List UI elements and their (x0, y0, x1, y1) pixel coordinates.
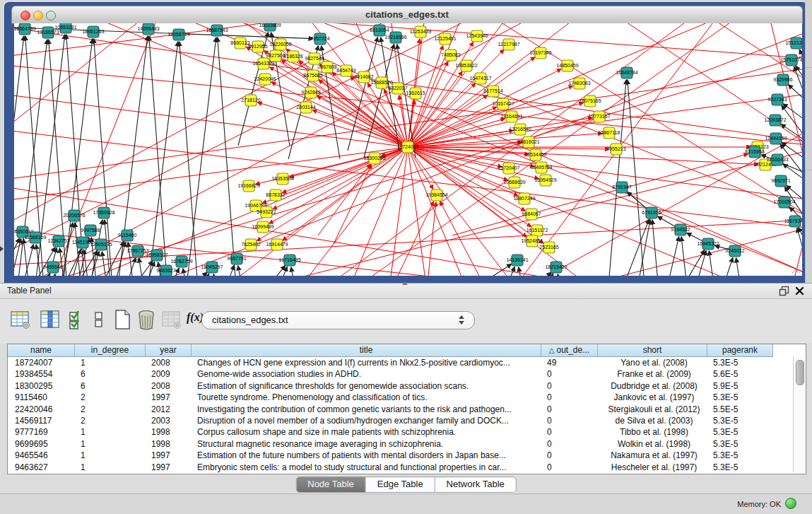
table-cell: 1 (75, 426, 146, 438)
table-cell: 0 (541, 380, 598, 392)
table-cell: 9699695 (8, 438, 75, 450)
column-header-short[interactable]: short (598, 344, 707, 357)
graph-node-label: 10167427 (492, 101, 514, 106)
graph-edge (428, 202, 436, 276)
table-row[interactable]: 969969511998Structural magnetic resonanc… (8, 438, 773, 450)
graph-node-label: 12444159 (765, 136, 787, 141)
table-row[interactable]: 1938455462009Genome-wide association stu… (8, 368, 773, 380)
network-view-canvas[interactable]: 1872400718300295866012389129551822605898… (14, 23, 802, 276)
row-height-icon[interactable] (93, 309, 105, 330)
table-settings-icon[interactable] (10, 309, 31, 330)
scrollbar-thumb[interactable] (796, 360, 804, 385)
table-panel: Table Panel (0, 283, 812, 514)
graph-edge (635, 220, 650, 276)
column-header-name[interactable]: name (8, 344, 75, 357)
network-window-titlebar[interactable]: citations_edges.txt (11, 6, 803, 24)
graph-edge (794, 66, 802, 99)
graph-node-label: 16474317 (469, 76, 491, 81)
network-graph[interactable]: 1872400718300295866012389129551822605898… (14, 23, 802, 276)
table-cell: Nakamura et al. (1997) (598, 450, 707, 461)
delete-table-disabled-icon (161, 309, 182, 330)
vertical-scrollbar[interactable] (793, 357, 806, 472)
graph-node-label: 15720407 (498, 165, 519, 170)
graph-node-label: 12217987 (498, 42, 519, 47)
graph-node-label: 16648784 (616, 70, 637, 75)
graph-node-label: 6791975 (642, 210, 661, 215)
network-window[interactable]: citations_edges.txt 18724007183002958660… (4, 2, 807, 283)
table-row[interactable]: 977716911998Corpus callosum shape and si… (8, 426, 773, 438)
graph-node-label: 8177514 (483, 88, 502, 93)
table-row[interactable]: 1872400712008Changes of HCN gene express… (8, 357, 773, 368)
splitter-handle-icon[interactable] (402, 281, 408, 285)
graph-node-label: 11253439 (410, 29, 432, 34)
select-options-icon[interactable] (68, 309, 86, 330)
table-cell: 1 (75, 438, 146, 450)
close-panel-icon[interactable] (794, 286, 805, 296)
graph-node-label: 19524851 (521, 238, 543, 243)
table-cell: Franke et al. (2009) (598, 368, 707, 380)
graph-edge (558, 274, 565, 276)
graph-node-label: 9194532 (671, 227, 690, 232)
delete-rows-icon[interactable] (136, 309, 157, 330)
graph-node-label: 9245012 (725, 248, 744, 253)
table-row[interactable]: 1830029562008Estimation of significance … (8, 380, 773, 392)
table-row[interactable]: 911546021997Tourette syndrome. Phenomeno… (8, 392, 773, 403)
graph-node-label: 11568169 (25, 235, 47, 240)
float-panel-icon[interactable] (779, 286, 789, 296)
graph-edge (269, 147, 408, 223)
graph-node-label: 9827508 (266, 53, 285, 58)
new-table-icon[interactable] (112, 309, 133, 330)
graph-node-label: 22420046 (254, 76, 276, 81)
graph-node-label: 8186328 (283, 54, 302, 59)
graph-node-label: 10553281 (54, 25, 76, 30)
table-cell: 5.3E-5 (707, 426, 773, 438)
graph-node-label: 12125491 (434, 36, 456, 41)
memory-status-indicator[interactable] (785, 498, 796, 509)
table-cell: 1998 (146, 438, 192, 450)
graph-node-label: 14136141 (506, 257, 528, 262)
table-row[interactable]: 1456911722003Disruption of a novel membe… (8, 415, 773, 426)
column-header-year[interactable]: year (146, 344, 192, 357)
tab-network-table[interactable]: Network Table (435, 477, 516, 492)
table-cell: Stergiakouli et al. (2012) (598, 404, 707, 415)
table-cell: 1 (75, 450, 146, 461)
table-row[interactable]: 946554611997Estimation of the future num… (8, 450, 773, 461)
table-cell: Structural magnetic resonance image aver… (192, 438, 541, 450)
graph-node-label: 20206576 (63, 213, 85, 218)
graph-edge (736, 258, 743, 276)
table-cell: 6 (75, 368, 146, 380)
graph-node-label: 19716485 (278, 257, 300, 262)
graph-node-label: 18724007 (396, 144, 418, 149)
table-row[interactable]: 2242004622012Investigating the contribut… (8, 404, 773, 415)
memory-status-label: Memory: OK (737, 500, 781, 508)
table-row[interactable]: 946362711997Embryonic stem cells: a mode… (8, 462, 773, 473)
graph-node-label: 2867608 (317, 64, 336, 69)
table-cell: 0 (541, 438, 598, 450)
graph-node-label: 18951263 (82, 29, 104, 34)
tab-edge-table[interactable]: Edge Table (366, 477, 435, 492)
graph-edge (14, 23, 392, 223)
table-cell: 9115460 (8, 392, 75, 403)
graph-node-label: 11675343 (784, 218, 802, 223)
table-cell: 5.5E-5 (707, 404, 773, 415)
table-cell: Disruption of a novel member of a sodium… (192, 415, 541, 426)
graph-node-label: 18045297 (201, 264, 223, 269)
graph-edge (183, 269, 190, 276)
column-header-in-degree[interactable]: in_degree (75, 344, 146, 357)
table-cell: 2 (75, 392, 146, 403)
table-cell: 2008 (146, 357, 192, 368)
graph-node-label: 16914479 (266, 242, 288, 247)
column-header-title[interactable]: title (192, 344, 541, 357)
table-panel-titlebar[interactable]: Table Panel (0, 284, 812, 299)
tab-node-table[interactable]: Node Table (296, 477, 366, 492)
table-selector-dropdown[interactable]: citations_edges.txt (201, 311, 475, 329)
column-header-out-de-[interactable]: △out_de... (541, 344, 598, 357)
table-cell: Estimation of significance thresholds fo… (192, 380, 541, 392)
table-cell: 2003 (146, 415, 192, 426)
column-visibility-icon[interactable] (40, 309, 61, 330)
table-cell: 22420046 (8, 404, 75, 415)
panel-collapse-icon[interactable] (0, 246, 4, 252)
table-cell: 2012 (146, 404, 192, 415)
graph-node-label: 9242848 (301, 90, 320, 95)
column-header-pagerank[interactable]: pagerank (707, 344, 773, 357)
